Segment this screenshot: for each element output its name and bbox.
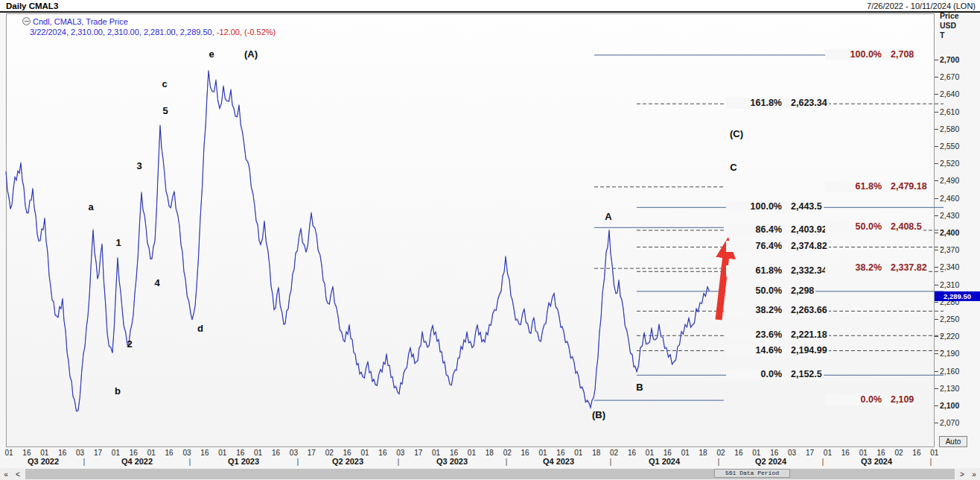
price-tick-mark	[935, 423, 938, 423]
data-period-label: 561 Data Period	[714, 469, 790, 478]
day-tick-label: 16	[236, 449, 244, 457]
price-tick-mark	[935, 353, 938, 354]
day-tick-label: 01	[930, 449, 938, 457]
price-tick-mark	[935, 146, 938, 147]
h-scrollbar[interactable]: « < 561 Data Period > »	[0, 468, 980, 480]
day-tick-label: 16	[343, 449, 351, 457]
day-tick-label: 18	[592, 449, 600, 457]
day-tick-label: 03	[182, 449, 191, 457]
price-tick-label: 2,070	[940, 418, 959, 427]
legend-series-label[interactable]: Cndl, CMAL3, Trade Price	[33, 17, 128, 26]
price-tick-label: 2,490	[940, 176, 959, 185]
unit-line-price: Price	[940, 11, 959, 21]
day-tick-label: 16	[200, 449, 209, 457]
day-tick-label: 03	[396, 449, 404, 457]
price-tick-mark	[935, 336, 938, 337]
price-tick-mark	[935, 180, 938, 181]
price-tick-label: 2,370	[940, 245, 959, 254]
quarter-separator: |	[83, 457, 86, 466]
scroll-far-left-button[interactable]: «	[0, 468, 12, 480]
title-bar: Daily CMAL3 7/26/2022 - 10/11/2024 (LON)	[0, 0, 980, 13]
quarter-label: Q3 2022	[28, 457, 59, 466]
price-axis-unit: Price USD T	[940, 11, 959, 40]
price-tick-label: 2,610	[940, 107, 959, 116]
day-tick-label: 18	[699, 449, 707, 457]
price-tick-label: 2,130	[940, 384, 959, 393]
scroll-far-right-button[interactable]: »	[968, 468, 980, 480]
day-tick-label: 01	[538, 449, 547, 457]
day-tick-label: 01	[147, 449, 156, 457]
day-tick-label: 01	[112, 449, 120, 457]
day-tick-label: 17	[414, 449, 422, 457]
time-axis[interactable]: 0116011603170116011603160116011603170216…	[0, 447, 980, 468]
day-tick-label: 16	[770, 449, 778, 457]
day-tick-label: 02	[894, 449, 903, 457]
day-tick-label: 01	[681, 449, 690, 457]
quarter-label: Q1 2023	[228, 457, 259, 466]
quarter-separator: |	[398, 457, 400, 466]
price-tick-mark	[935, 215, 938, 216]
price-tick-label: 2,640	[940, 89, 959, 98]
quarter-label: Q4 2022	[121, 457, 153, 466]
scroll-left-button[interactable]: <	[12, 468, 24, 480]
quarter-separator: |	[718, 457, 720, 466]
price-tick-mark	[935, 388, 938, 389]
price-tick-mark	[935, 302, 938, 303]
price-axis[interactable]: Price USD T 2,7002,6702,6402,6102,5802,5…	[935, 13, 980, 447]
price-tick-label: 2,100	[940, 401, 959, 410]
day-tick-label: 16	[22, 449, 31, 457]
day-tick-label: 01	[824, 449, 832, 457]
price-tick-label: 2,220	[940, 332, 959, 341]
unit-line-t: T	[940, 31, 959, 40]
series-options-icon[interactable]	[22, 17, 31, 25]
price-tick-mark	[935, 267, 938, 268]
unit-line-usd: USD	[940, 21, 959, 31]
plot-area[interactable]	[6, 13, 935, 447]
day-tick-label: 16	[450, 449, 458, 457]
day-tick-label: 17	[806, 449, 814, 457]
price-tick-mark	[935, 163, 938, 164]
price-tick-mark	[935, 129, 938, 130]
day-tick-label: 16	[165, 449, 174, 457]
day-tick-label: 01	[574, 449, 582, 457]
scroll-right-button[interactable]: >	[956, 468, 968, 480]
price-tick-mark	[935, 233, 938, 233]
price-tick-mark	[935, 77, 938, 78]
quarter-separator: |	[930, 457, 932, 466]
day-tick-label: 03	[788, 449, 796, 457]
price-tick-label: 2,580	[940, 124, 959, 133]
day-tick-label: 02	[716, 449, 725, 457]
price-tick-mark	[935, 285, 938, 285]
day-tick-label: 16	[628, 449, 636, 457]
quarter-label: Q4 2023	[543, 457, 574, 466]
quarter-separator: |	[822, 457, 824, 466]
quarter-label: Q1 2024	[649, 457, 680, 466]
price-tick-label: 2,550	[940, 142, 959, 151]
day-tick-label: 16	[130, 449, 138, 457]
day-tick-label: 02	[325, 449, 334, 457]
scrollbar-track[interactable]	[25, 469, 955, 479]
price-tick-label: 2,190	[940, 349, 959, 358]
price-tick-mark	[935, 198, 938, 199]
price-tick-mark	[935, 112, 938, 113]
day-tick-label: 01	[218, 449, 226, 457]
current-price-badge: 2,289.50	[935, 291, 980, 301]
day-tick-label: 01	[859, 449, 868, 457]
legend-change-values: -12.00, (-0.52%)	[217, 28, 276, 37]
quarter-separator: |	[189, 457, 191, 466]
day-tick-label: 16	[58, 449, 66, 457]
chart-title: Daily CMAL3	[6, 1, 58, 10]
day-tick-label: 01	[468, 449, 476, 457]
day-tick-label: 16	[734, 449, 742, 457]
quarter-label: Q2 2023	[332, 457, 363, 466]
price-tick-label: 2,250	[940, 315, 959, 323]
legend: Cndl, CMAL3, Trade Price 3/22/2024, 2,31…	[22, 17, 276, 37]
day-tick-label: 16	[841, 449, 850, 457]
price-tick-label: 2,700	[940, 55, 959, 64]
day-tick-label: 16	[912, 449, 920, 457]
quarter-separator: |	[610, 457, 612, 466]
price-tick-mark	[935, 371, 938, 372]
quarter-label: Q3 2024	[861, 457, 892, 466]
price-tick-label: 2,670	[940, 72, 959, 81]
auto-scale-button[interactable]: Auto	[939, 436, 967, 447]
